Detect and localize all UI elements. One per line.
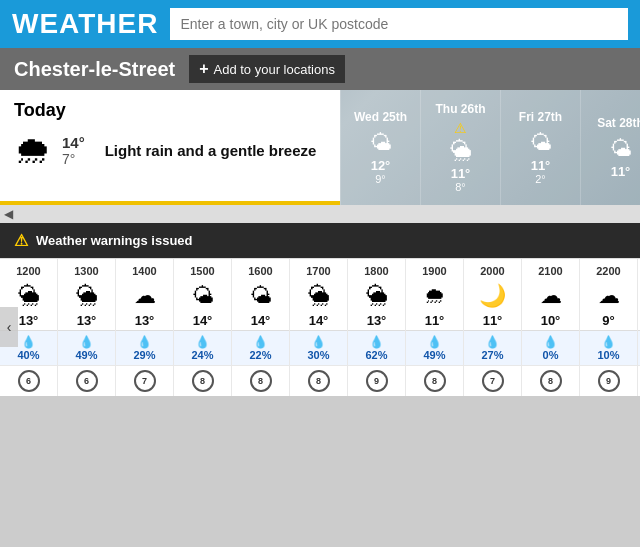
hour-wind-speed: 8 (250, 370, 272, 392)
forecast-day-low: 9° (375, 173, 386, 185)
forecast-day-3[interactable]: Sat 28th 🌤 11° (580, 90, 640, 205)
hour-label: 2000 (480, 259, 504, 279)
hour-col: 1400 ☁ 13° 💧 29% 7 (116, 259, 174, 396)
hour-col: 2200 ☁ 9° 💧 10% 9 (580, 259, 638, 396)
hour-col: 1300 🌦 13° 💧 49% 6 (58, 259, 116, 396)
hour-precip-row: 💧 29% (116, 330, 173, 365)
hour-weather-icon: ☁ (598, 279, 620, 313)
hour-col: 1600 🌤 14° 💧 22% 8 (232, 259, 290, 396)
hour-wind-row: 8 (232, 365, 289, 396)
forecast-day-label: Thu 26th (436, 102, 486, 116)
rain-drop-icon: 💧 (485, 335, 500, 349)
hour-wind-row: 8 (290, 365, 347, 396)
hour-precip-pct: 62% (365, 349, 387, 361)
left-chevron-icon: ‹ (7, 319, 12, 335)
hourly-wrapper: ‹ 1200 🌦 13° 💧 40% 6 1300 🌦 13° 💧 49% 6 … (0, 258, 640, 396)
hourly-section: 1200 🌦 13° 💧 40% 6 1300 🌦 13° 💧 49% 6 14… (0, 258, 640, 396)
hour-wind-speed: 8 (192, 370, 214, 392)
hour-wind-row: 8 (522, 365, 579, 396)
rain-drop-icon: 💧 (369, 335, 384, 349)
hour-label: 1200 (16, 259, 40, 279)
hour-col: 1800 🌦 13° 💧 62% 9 (348, 259, 406, 396)
hour-precip-pct: 10% (597, 349, 619, 361)
hour-label: 2100 (538, 259, 562, 279)
hour-precip-row: 💧 30% (290, 330, 347, 365)
today-card: Today 🌧 14° 7° Light rain and a gentle b… (0, 90, 340, 205)
hour-wind-speed: 9 (598, 370, 620, 392)
hour-weather-icon: 🌦 (18, 279, 40, 313)
hour-precip-pct: 29% (133, 349, 155, 361)
hour-precip-row: 💧 22% (232, 330, 289, 365)
forecast-day-high: 12° (371, 158, 391, 173)
hour-precip-row: 💧 0% (522, 330, 579, 365)
hourly-table: 1200 🌦 13° 💧 40% 6 1300 🌦 13° 💧 49% 6 14… (0, 258, 640, 396)
hour-temp: 13° (77, 313, 97, 330)
hour-wind-row: 7 (464, 365, 521, 396)
hour-precip-pct: 40% (17, 349, 39, 361)
rain-drop-icon: 💧 (601, 335, 616, 349)
today-temperatures: 14° 7° (62, 134, 85, 167)
forecast-day-icon: 🌤 (530, 130, 552, 156)
hour-temp: 9° (602, 313, 614, 330)
search-input[interactable] (170, 8, 628, 40)
rain-drop-icon: 💧 (427, 335, 442, 349)
hour-wind-row: 7 (116, 365, 173, 396)
hour-col: 2000 🌙 11° 💧 27% 7 (464, 259, 522, 396)
hour-temp: 13° (367, 313, 387, 330)
hour-precip-row: 💧 27% (464, 330, 521, 365)
hour-weather-icon: ☁ (540, 279, 562, 313)
hour-label: 1900 (422, 259, 446, 279)
hour-col: 2100 ☁ 10° 💧 0% 8 (522, 259, 580, 396)
hour-wind-speed: 9 (366, 370, 388, 392)
hour-temp: 14° (251, 313, 271, 330)
today-details: 🌧 14° 7° Light rain and a gentle breeze (14, 129, 326, 172)
hour-wind-speed: 8 (308, 370, 330, 392)
header: WEATHER (0, 0, 640, 48)
hour-precip-pct: 0% (543, 349, 559, 361)
hour-wind-row: 9 (348, 365, 405, 396)
hour-temp: 13° (19, 313, 39, 330)
add-location-button[interactable]: + Add to your locations (189, 55, 345, 83)
hour-precip-row: 💧 62% (348, 330, 405, 365)
hour-wind-speed: 7 (482, 370, 504, 392)
hour-weather-icon: 🌦 (76, 279, 98, 313)
hour-precip-pct: 49% (75, 349, 97, 361)
forecast-day-icon: 🌦 (450, 138, 472, 164)
hour-weather-icon: 🌤 (192, 279, 214, 313)
hour-wind-row: 9 (580, 365, 637, 396)
hour-temp: 14° (309, 313, 329, 330)
hour-temp: 13° (135, 313, 155, 330)
warning-text: Weather warnings issued (36, 233, 193, 248)
forecast-day-0[interactable]: Wed 25th 🌤 12° 9° (340, 90, 420, 205)
rain-drop-icon: 💧 (253, 335, 268, 349)
hour-wind-row: 6 (58, 365, 115, 396)
hour-wind-speed: 7 (134, 370, 156, 392)
today-label: Today (14, 100, 326, 121)
location-bar: Chester-le-Street + Add to your location… (0, 48, 640, 90)
hour-precip-row: 💧 49% (58, 330, 115, 365)
warning-icon: ⚠ (454, 120, 467, 136)
forecast-day-high: 11° (531, 158, 551, 173)
hour-precip-row: 💧 24% (174, 330, 231, 365)
forecast-day-label: Sat 28th (597, 116, 640, 130)
hour-wind-row: 8 (174, 365, 231, 396)
hour-col: 1700 🌦 14° 💧 30% 8 (290, 259, 348, 396)
forecast-day-label: Fri 27th (519, 110, 562, 124)
hour-wind-speed: 6 (76, 370, 98, 392)
rain-drop-icon: 💧 (311, 335, 326, 349)
scroll-left-arrow[interactable]: ◀ (4, 207, 13, 221)
today-description: Light rain and a gentle breeze (105, 142, 317, 159)
forecast-day-1[interactable]: Thu 26th ⚠ 🌦 11° 8° (420, 90, 500, 205)
hour-label: 2200 (596, 259, 620, 279)
app-title: WEATHER (12, 8, 158, 40)
rain-drop-icon: 💧 (79, 335, 94, 349)
hour-col: 1500 🌤 14° 💧 24% 8 (174, 259, 232, 396)
hour-temp: 11° (425, 313, 445, 330)
today-weather-icon: 🌧 (14, 129, 52, 172)
forecast-day-2[interactable]: Fri 27th 🌤 11° 2° (500, 90, 580, 205)
hourly-left-nav[interactable]: ‹ (0, 307, 18, 347)
forecast-day-icon: 🌤 (610, 136, 632, 162)
forecast-strip: Wed 25th 🌤 12° 9° Thu 26th ⚠ 🌦 11° 8° Fr… (340, 90, 640, 205)
hour-label: 1400 (132, 259, 156, 279)
hour-col: 1900 🌧 11° 💧 49% 8 (406, 259, 464, 396)
